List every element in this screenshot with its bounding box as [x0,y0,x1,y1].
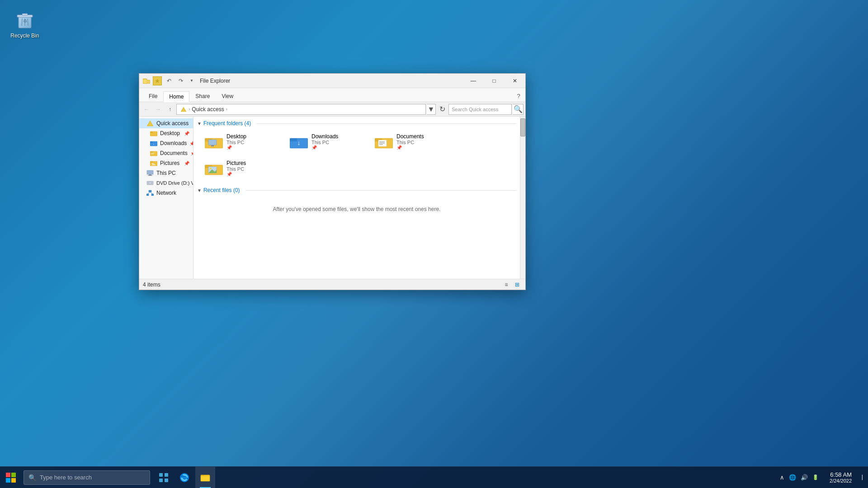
taskbar-right: ∧ 🌐 🔊 🔋 6:58 AM 2/24/2022 ▕ [774,467,868,488]
folder-icon-downloads: ↓ [290,134,308,150]
pictures-folder-icon [150,160,157,167]
sidebar-item-desktop[interactable]: Desktop 📌 [139,128,193,138]
tray-expand-icon[interactable]: ∧ [778,473,786,482]
system-tray: ∧ 🌐 🔊 🔋 [774,467,824,488]
pin-icon-folder-documents: 📌 [396,145,424,150]
refresh-button[interactable]: ↻ [437,104,448,115]
svg-text:♻: ♻ [23,19,27,23]
taskbar-clock[interactable]: 6:58 AM 2/24/2022 [826,467,855,488]
folder-item-downloads[interactable]: ↓ Downloads This PC 📌 [286,130,367,153]
file-explorer-taskbar-button[interactable] [195,467,215,488]
folder-item-pictures[interactable]: Pictures This PC 📌 [201,157,282,180]
frequent-folders-header[interactable]: ▼ Frequent folders (4) [197,120,516,127]
quick-access-icon [146,120,154,127]
edge-browser-button[interactable] [175,467,194,488]
taskbar-search-icon: 🔍 [28,474,36,481]
ribbon-tabs: File Home Share View ? [139,88,525,102]
svg-rect-31 [149,190,151,192]
task-view-button[interactable] [154,467,174,488]
svg-rect-18 [150,151,153,153]
search-box[interactable]: Search Quick access [448,104,512,115]
folder-sub-pictures: This PC [226,166,246,172]
sidebar: Quick access Desktop 📌 [139,117,193,279]
pin-icon-pictures: 📌 [184,161,189,166]
sidebar-item-network[interactable]: Network [139,188,193,198]
recycle-bin-icon: ♻ [14,9,36,31]
sidebar-item-documents[interactable]: Documents 📌 [139,148,193,158]
svg-rect-48 [379,144,383,145]
svg-text:↓: ↓ [297,139,301,146]
large-icons-view-button[interactable]: ⊞ [513,280,522,289]
taskbar-icons [154,467,215,488]
maximize-button[interactable]: □ [484,74,505,88]
svg-line-34 [148,192,151,194]
address-path-text: Quick access [192,106,224,113]
window-titlebar: ↶ ↷ ▼ File Explorer — □ ✕ [139,74,525,88]
svg-rect-57 [165,479,168,482]
folder-item-documents[interactable]: Documents This PC 📌 [371,130,452,153]
svg-marker-11 [147,121,153,126]
taskbar-search[interactable]: 🔍 Type here to search [24,470,150,485]
quick-access-toolbar-btn[interactable] [153,76,162,85]
up-button[interactable]: ↑ [165,104,175,115]
win-logo-cell-3 [6,478,10,483]
sidebar-item-downloads[interactable]: ↓ Downloads 📌 [139,138,193,148]
tab-home[interactable]: Home [163,91,189,102]
dvd-drive-icon [146,179,154,187]
start-button[interactable] [0,467,22,488]
address-dropdown-button[interactable]: ▼ [427,104,436,115]
sidebar-label-dvd: DVD Drive (D:) VMwa [156,180,193,186]
folder-name-desktop: Desktop [226,133,246,140]
svg-rect-25 [147,170,153,174]
help-button[interactable]: ? [513,90,524,102]
pin-icon-downloads: 📌 [189,141,193,146]
scrollbar-thumb[interactable] [520,118,525,136]
forward-button[interactable]: → [153,104,164,115]
folder-item-desktop[interactable]: Desktop This PC 📌 [201,130,282,153]
sidebar-label-downloads: Downloads [160,140,187,146]
sidebar-label-this-pc: This PC [156,170,176,176]
folder-grid: Desktop This PC 📌 ↓ [201,130,516,180]
sidebar-item-dvd-drive[interactable]: DVD Drive (D:) VMwa [139,178,193,188]
tab-share[interactable]: Share [189,91,216,102]
recycle-bin[interactable]: ♻ Recycle Bin [9,9,41,39]
minimize-button[interactable]: — [463,74,484,88]
folder-sub-downloads: This PC [311,140,338,145]
section-divider-1 [256,123,516,124]
battery-tray-icon[interactable]: 🔋 [811,474,821,481]
svg-rect-55 [165,473,168,477]
folder-info-pictures: Pictures This PC 📌 [226,160,246,177]
svg-rect-33 [151,194,154,196]
volume-tray-icon[interactable]: 🔊 [799,473,810,482]
status-bar: 4 items ≡ ⊞ [139,279,525,290]
file-explorer-icon [143,77,150,84]
tab-view[interactable]: View [216,91,239,102]
address-path[interactable]: › Quick access › [176,104,426,115]
tab-file[interactable]: File [143,91,163,102]
svg-rect-60 [201,476,210,481]
close-button[interactable]: ✕ [505,74,525,88]
win-logo-cell-4 [11,478,16,483]
show-desktop-button[interactable]: ▕ [857,475,864,480]
sidebar-item-quick-access[interactable]: Quick access [139,118,193,128]
sidebar-item-this-pc[interactable]: This PC [139,168,193,178]
recent-files-header[interactable]: ▼ Recent files (0) [197,187,516,193]
this-pc-icon [146,169,154,177]
undo-button[interactable]: ↶ [165,76,174,85]
recycle-bin-label: Recycle Bin [10,33,39,39]
taskbar: 🔍 Type here to search [0,466,868,488]
redo-button[interactable]: ↷ [176,76,185,85]
svg-rect-13 [150,131,153,133]
recent-files-title: Recent files (0) [203,187,240,193]
sidebar-label-quick-access: Quick access [156,120,189,127]
pin-icon-folder-pictures: 📌 [226,172,246,177]
network-tray-icon[interactable]: 🌐 [787,473,798,482]
window-controls: — □ ✕ [463,74,525,88]
quick-access-dropdown[interactable]: ▼ [188,76,195,85]
sidebar-item-pictures[interactable]: Pictures 📌 [139,158,193,168]
details-view-button[interactable]: ≡ [502,280,511,289]
back-button[interactable]: ← [141,104,152,115]
scrollbar[interactable] [520,117,525,279]
ribbon: File Home Share View ? [139,88,525,102]
search-submit-button[interactable]: 🔍 [513,104,524,115]
